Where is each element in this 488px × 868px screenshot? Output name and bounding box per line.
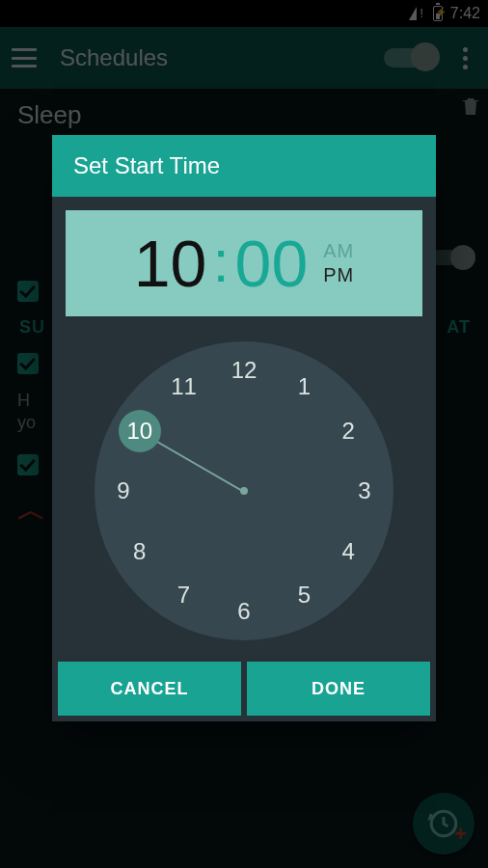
- clock-hour-1[interactable]: 1: [284, 366, 326, 408]
- clock-hour-8[interactable]: 8: [119, 530, 161, 573]
- clock-hour-9[interactable]: 9: [102, 470, 145, 512]
- am-toggle[interactable]: AM: [323, 240, 354, 262]
- clock-hour-6[interactable]: 6: [223, 590, 265, 633]
- pm-toggle[interactable]: PM: [323, 264, 354, 286]
- time-hour[interactable]: 10: [134, 231, 207, 296]
- time-display: 10 : 00 AM PM: [66, 210, 422, 316]
- cancel-button[interactable]: CANCEL: [58, 662, 241, 716]
- time-colon: :: [212, 227, 229, 295]
- clock-hour-7[interactable]: 7: [163, 574, 205, 616]
- done-button[interactable]: DONE: [247, 662, 430, 716]
- time-picker-dialog: Set Start Time 10 : 00 AM PM 12123456789…: [52, 135, 436, 721]
- dialog-title: Set Start Time: [52, 135, 436, 197]
- clock-hour-5[interactable]: 5: [284, 574, 326, 616]
- clock-hour-4[interactable]: 4: [327, 530, 369, 573]
- clock-hour-3[interactable]: 3: [343, 470, 386, 512]
- clock-hand: [148, 436, 245, 493]
- clock-hour-11[interactable]: 11: [163, 366, 205, 408]
- time-minute[interactable]: 00: [235, 231, 309, 296]
- clock-hour-10[interactable]: 10: [119, 410, 161, 452]
- clock-hour-2[interactable]: 2: [327, 410, 369, 452]
- clock-center: [240, 487, 248, 495]
- clock-hour-12[interactable]: 12: [223, 349, 265, 392]
- analog-clock[interactable]: 121234567891011: [95, 341, 393, 640]
